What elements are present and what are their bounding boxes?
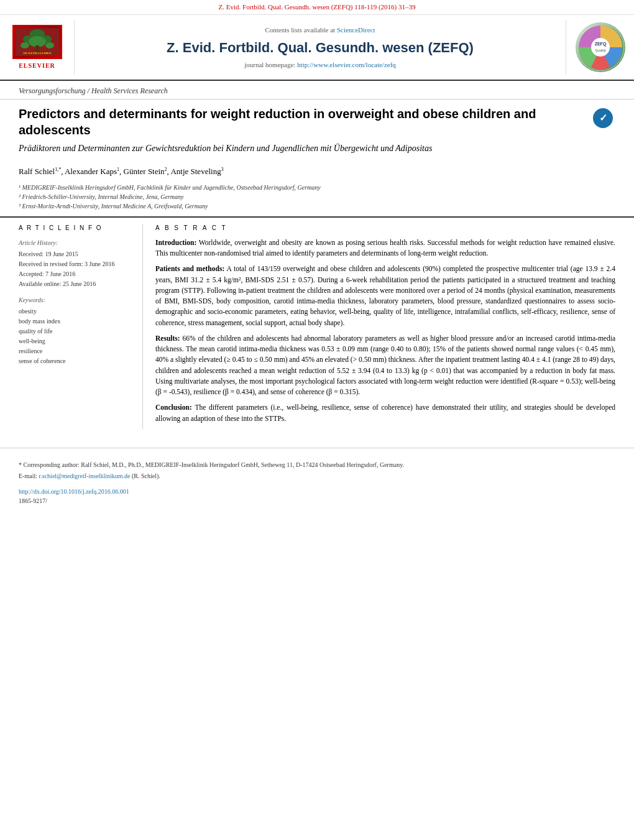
abstract-results: Results: 66% of the children and adolesc…	[155, 333, 615, 398]
elsevier-logo-graphic: NE EXTRA LUMEN	[12, 25, 62, 59]
email-label: E-mail:	[19, 473, 37, 479]
methods-text: A total of 143/159 overweight and obese …	[155, 265, 615, 326]
crossmark-area: ✓	[590, 106, 615, 128]
history-received: Received: 19 June 2015	[19, 250, 133, 259]
journal-header: NE EXTRA LUMEN ELSEVIER Contents lists a…	[0, 15, 634, 81]
article-info-header: A R T I C L E I N F O	[19, 224, 133, 234]
authors-text: Ralf Schiel1,*, Alexander Kaps1, Günter …	[19, 167, 224, 176]
affiliation-2: ² Friedrich-Schiller-University, Interna…	[19, 193, 615, 201]
journal-title-area: Contents lists available at ScienceDirec…	[75, 20, 566, 75]
crossmark-icon: ✓	[593, 108, 613, 128]
science-direct-anchor[interactable]: ScienceDirect	[337, 26, 375, 34]
zefq-logo-area: ZEFQ Qualität	[566, 20, 634, 75]
results-text: 66% of the children and adolescents had …	[155, 335, 615, 395]
footer-section: * Corresponding author: Ralf Schiel, M.D…	[0, 448, 634, 512]
article-titles: Predictors and determinants for weight r…	[19, 106, 584, 154]
article-title-section: Predictors and determinants for weight r…	[0, 99, 634, 160]
doi-link[interactable]: http://dx.doi.org/10.1016/j.zefq.2016.06…	[19, 488, 129, 495]
journal-citation-bar: Z. Evid. Fortbild. Qual. Gesundh. wesen …	[0, 0, 634, 15]
intro-text: Worldwide, overweight and obesity are kn…	[155, 239, 615, 257]
svg-point-5	[21, 42, 29, 48]
article-info-panel: A R T I C L E I N F O Article History: R…	[19, 224, 143, 429]
science-direct-link: Contents lists available at ScienceDirec…	[265, 25, 375, 35]
keywords-section: Keywords: obesity body mass index qualit…	[19, 296, 133, 366]
methods-label: Patients and methods:	[155, 265, 224, 272]
email-suffix: (R. Schiel).	[132, 473, 160, 479]
history-accepted: Accepted: 7 June 2016	[19, 270, 133, 279]
section-label: Versorgungsforschung / Health Services R…	[0, 81, 634, 99]
svg-text:✓: ✓	[599, 113, 607, 123]
elsevier-wordmark: ELSEVIER	[19, 62, 55, 70]
svg-text:NE EXTRA LUMEN: NE EXTRA LUMEN	[23, 52, 52, 55]
email-link[interactable]: r.schiel@medigreif-inselklinikum.de	[39, 473, 131, 479]
conclusion-text: The different parameters (i.e., well-bei…	[155, 404, 615, 422]
svg-rect-7	[35, 45, 39, 52]
abstract-intro: Introduction: Worldwide, overweight and …	[155, 238, 615, 259]
affiliations-section: ¹ MEDIGREIF-Inselklinik Heringsdorf GmbH…	[0, 182, 634, 218]
article-title-german: Prädiktoren und Determinanten zur Gewich…	[19, 143, 584, 154]
article-title-english: Predictors and determinants for weight r…	[19, 106, 584, 138]
keyword-soc: sense of coherence	[19, 357, 133, 366]
history-revised: Received in revised form: 3 June 2016	[19, 260, 133, 269]
results-label: Results:	[155, 335, 180, 342]
abstract-methods: Patients and methods: A total of 143/159…	[155, 264, 615, 328]
issn-text: 1865-9217/	[19, 497, 615, 505]
affiliation-3: ³ Ernst-Moritz-Arndt-University, Interna…	[19, 202, 615, 211]
history-online: Available online: 25 June 2016	[19, 280, 133, 288]
journal-citation: Z. Evid. Fortbild. Qual. Gesundh. wesen …	[219, 3, 416, 11]
keyword-qol: quality of life	[19, 327, 133, 336]
journal-homepage-line: journal homepage: http://www.elsevier.co…	[244, 60, 396, 70]
zefq-logo-graphic: ZEFQ Qualität	[576, 22, 625, 72]
journal-homepage-link[interactable]: http://www.elsevier.com/locate/zefq	[297, 61, 396, 68]
keywords-label: Keywords:	[19, 296, 133, 305]
abstract-section: A B S T R A C T Introduction: Worldwide,…	[155, 224, 615, 429]
corresponding-text: Corresponding author: Ralf Schiel, M.D.,…	[24, 461, 405, 468]
keyword-wellbeing: well-being	[19, 337, 133, 346]
history-label: Article History:	[19, 239, 133, 247]
email-note: E-mail: r.schiel@medigreif-inselklinikum…	[19, 472, 615, 481]
corresponding-author-note: * Corresponding author: Ralf Schiel, M.D…	[19, 461, 615, 469]
elsevier-logo-area: NE EXTRA LUMEN ELSEVIER	[0, 20, 75, 75]
keyword-resilience: resilience	[19, 347, 133, 356]
svg-text:Qualität: Qualität	[595, 48, 606, 52]
svg-point-6	[45, 42, 54, 48]
abstract-conclusion: Conclusion: The different parameters (i.…	[155, 402, 615, 424]
authors-section: Ralf Schiel1,*, Alexander Kaps1, Günter …	[0, 160, 634, 182]
abstract-header: A B S T R A C T	[155, 224, 615, 233]
svg-text:ZEFQ: ZEFQ	[594, 42, 606, 47]
svg-point-10	[591, 38, 610, 57]
corresponding-star: *	[19, 461, 24, 468]
conclusion-label: Conclusion:	[155, 404, 192, 411]
doi-section: http://dx.doi.org/10.1016/j.zefq.2016.06…	[19, 486, 615, 497]
author-line: Ralf Schiel1,*, Alexander Kaps1, Günter …	[19, 165, 615, 177]
keyword-bmi: body mass index	[19, 317, 133, 326]
keyword-obesity: obesity	[19, 307, 133, 316]
content-grid: A R T I C L E I N F O Article History: R…	[0, 218, 634, 435]
affiliation-1: ¹ MEDIGREIF-Inselklinik Heringsdorf GmbH…	[19, 183, 615, 192]
journal-full-title: Z. Evid. Fortbild. Qual. Gesundh. wesen …	[167, 39, 474, 58]
intro-label: Introduction:	[155, 239, 196, 246]
